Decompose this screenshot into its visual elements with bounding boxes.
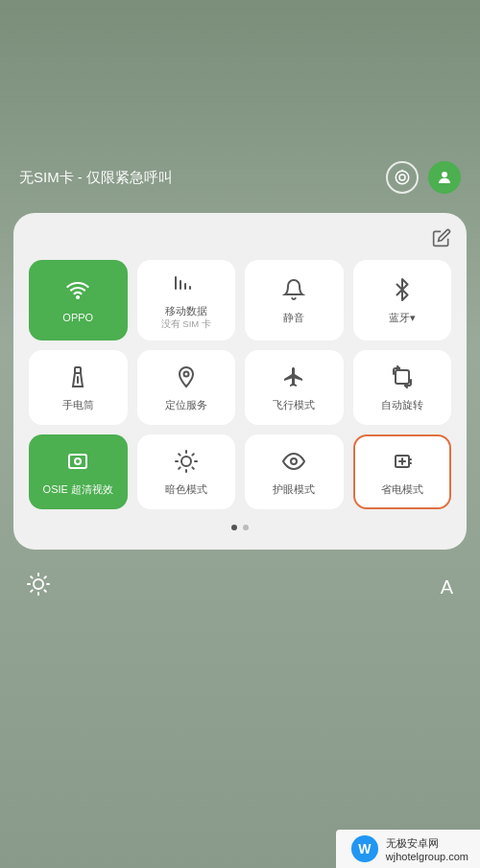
flashlight-icon <box>66 365 89 392</box>
silent-label: 静音 <box>283 311 304 324</box>
edit-icon[interactable] <box>432 228 451 252</box>
osie-label: OSIE 超清视效 <box>43 482 113 496</box>
watermark-text: 无极安卓网wjhotelgroup.com <box>386 836 468 862</box>
tile-osie[interactable]: OSIE 超清视效 <box>29 434 128 509</box>
svg-rect-13 <box>69 455 86 468</box>
svg-line-38 <box>44 577 45 578</box>
font-size-icon[interactable]: A <box>441 576 453 598</box>
tiles-row-1: OPPO 移动数据 没有 SIM 卡 静 <box>29 260 451 340</box>
airplane-icon <box>282 365 305 392</box>
svg-line-23 <box>192 454 193 455</box>
osie-icon <box>66 450 89 477</box>
tile-dark-mode[interactable]: 暗色模式 <box>137 434 236 509</box>
rotate-icon <box>391 365 414 392</box>
svg-point-30 <box>34 579 43 589</box>
svg-point-3 <box>442 172 447 177</box>
svg-line-19 <box>192 468 193 469</box>
watermark-logo: W <box>351 835 378 862</box>
brightness-icon[interactable] <box>27 573 50 601</box>
svg-line-22 <box>179 468 180 469</box>
bluetooth-icon <box>391 278 414 305</box>
svg-point-14 <box>75 458 81 464</box>
sim-status: 无SIM卡 - 仅限紧急呼叫 <box>19 169 173 187</box>
tile-mobile-data[interactable]: 移动数据 没有 SIM 卡 <box>137 260 236 340</box>
flashlight-label: 手电筒 <box>62 398 94 411</box>
bluetooth-label: 蓝牙▾ <box>389 311 416 324</box>
bottom-bar: A <box>0 557 480 617</box>
svg-point-11 <box>183 372 188 377</box>
tile-airplane[interactable]: 飞行模式 <box>245 350 344 425</box>
page-dots <box>29 525 451 530</box>
status-icons <box>386 161 461 194</box>
svg-rect-12 <box>396 370 409 384</box>
oppo-wifi-label: OPPO <box>62 311 93 324</box>
tile-silent[interactable]: 静音 <box>245 260 344 340</box>
tiles-row-3: OSIE 超清视效 暗色模式 <box>29 434 451 509</box>
svg-point-4 <box>77 296 79 298</box>
wifi-icon <box>66 278 89 305</box>
tile-flashlight[interactable]: 手电筒 <box>29 350 128 425</box>
bell-icon <box>282 278 305 305</box>
airplane-label: 飞行模式 <box>273 398 315 411</box>
svg-point-0 <box>399 175 405 180</box>
eye-care-label: 护眼模式 <box>273 482 315 496</box>
signal-icon <box>175 271 198 298</box>
mobile-data-sublabel: 没有 SIM 卡 <box>161 318 211 331</box>
top-status-bar: 无SIM卡 - 仅限紧急呼叫 <box>0 144 480 203</box>
watermark: W 无极安卓网wjhotelgroup.com <box>336 830 480 868</box>
dark-mode-icon <box>175 450 198 477</box>
svg-point-1 <box>396 171 409 184</box>
tile-eye-care[interactable]: 护眼模式 <box>245 434 344 509</box>
eye-icon <box>282 450 305 477</box>
location-icon <box>175 365 198 392</box>
dark-mode-label: 暗色模式 <box>165 482 207 496</box>
svg-line-37 <box>31 591 32 592</box>
tile-battery-saver[interactable]: 省电模式 <box>353 434 452 509</box>
tile-auto-rotate[interactable]: 自动旋转 <box>353 350 452 425</box>
tile-oppo-wifi[interactable]: OPPO <box>29 260 128 340</box>
location-label: 定位服务 <box>165 398 207 411</box>
svg-rect-9 <box>75 367 81 373</box>
battery-icon <box>391 450 414 477</box>
tiles-row-2: 手电筒 定位服务 飞行模式 <box>29 350 451 425</box>
user-icon[interactable] <box>428 161 461 194</box>
auto-rotate-label: 自动旋转 <box>381 398 423 411</box>
svg-line-33 <box>31 577 32 578</box>
dot-1[interactable] <box>231 525 237 530</box>
mobile-data-label: 移动数据 <box>165 304 207 317</box>
dot-2[interactable] <box>243 525 249 530</box>
camera-icon[interactable] <box>386 161 419 194</box>
tile-location[interactable]: 定位服务 <box>137 350 236 425</box>
battery-saver-label: 省电模式 <box>381 482 423 496</box>
svg-point-24 <box>291 458 297 464</box>
svg-line-34 <box>44 591 45 592</box>
panel-edit-area <box>29 228 451 252</box>
quick-settings-panel: OPPO 移动数据 没有 SIM 卡 静 <box>13 213 467 550</box>
tile-bluetooth[interactable]: 蓝牙▾ <box>353 260 452 340</box>
svg-line-18 <box>179 454 180 455</box>
svg-point-15 <box>181 457 191 466</box>
